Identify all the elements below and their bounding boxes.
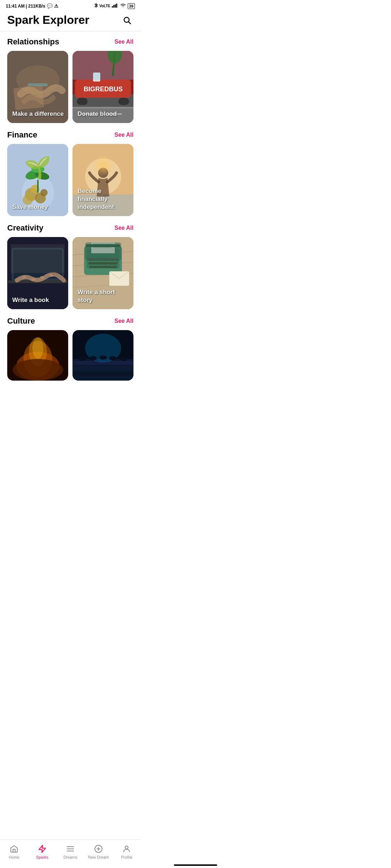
card-label-write-story: Write a short story: [78, 288, 130, 304]
app-title: Spark Explorer: [7, 13, 89, 27]
finance-cards: Save money: [7, 144, 133, 218]
card-culture-2[interactable]: [73, 330, 133, 381]
card-donate-blood[interactable]: BIGREDBUS Donate: [73, 51, 133, 123]
lte-icon: VoLTE: [100, 4, 110, 8]
svg-rect-61: [91, 258, 94, 261]
card-write-book[interactable]: Write a book: [7, 237, 68, 309]
relationships-section: Relationships See All Make a difference: [0, 31, 141, 127]
svg-point-39: [98, 168, 108, 178]
finance-title: Finance: [7, 130, 37, 140]
culture-section: Culture See All: [0, 314, 141, 385]
svg-point-33: [34, 170, 50, 181]
status-bar: 11:41 AM | 211KB/s 💬 ⚠ VoLTE: [0, 0, 141, 10]
svg-rect-16: [73, 107, 133, 109]
card-save-money[interactable]: Save money: [7, 144, 68, 216]
card-bg-culture-1: [7, 330, 68, 381]
card-culture-1[interactable]: [7, 330, 68, 381]
svg-point-86: [79, 357, 86, 361]
svg-rect-84: [73, 372, 133, 376]
culture-title: Culture: [7, 316, 35, 326]
card-financially-independent[interactable]: Become financially independent: [73, 144, 133, 216]
svg-rect-58: [88, 262, 118, 264]
relationships-cards: Make a difference BIGREDBUS: [7, 51, 133, 124]
svg-rect-83: [73, 366, 133, 371]
svg-rect-63: [98, 258, 101, 261]
card-label-donate-blood: Donate blood: [78, 110, 130, 118]
status-left: 11:41 AM | 211KB/s 💬 ⚠: [6, 3, 58, 9]
svg-rect-62: [95, 258, 97, 261]
culture-cards: [7, 330, 133, 382]
card-label-write-book: Write a book: [12, 296, 65, 304]
battery-icon: 39: [128, 3, 135, 9]
relationships-title: Relationships: [7, 37, 59, 47]
bluetooth-icon: [94, 3, 98, 9]
card-write-story[interactable]: Write a short story: [73, 237, 133, 309]
svg-rect-20: [73, 51, 133, 80]
time-display: 11:41 AM | 211KB/s: [6, 4, 45, 9]
svg-rect-65: [106, 258, 108, 261]
signal-icon: [112, 3, 118, 9]
svg-rect-66: [109, 258, 112, 261]
creativity-cards: Write a book: [7, 237, 133, 311]
svg-rect-14: [118, 98, 129, 105]
creativity-section: Creativity See All: [0, 220, 141, 314]
card-label-save-money: Save money: [12, 203, 65, 211]
warning-icon: ⚠: [54, 3, 58, 9]
svg-rect-72: [86, 244, 120, 247]
svg-rect-59: [89, 266, 117, 268]
svg-point-29: [40, 189, 48, 196]
creativity-header: Creativity See All: [7, 223, 133, 233]
culture-header: Culture See All: [7, 316, 133, 326]
search-button[interactable]: [120, 14, 133, 27]
svg-rect-56: [87, 249, 119, 268]
card-label-financially-independent: Become financially independent: [78, 187, 130, 211]
svg-rect-1: [113, 5, 114, 8]
svg-point-79: [13, 359, 63, 381]
wifi-icon: [120, 3, 126, 9]
svg-rect-3: [116, 4, 117, 8]
svg-rect-2: [115, 4, 116, 8]
svg-point-78: [32, 337, 43, 359]
svg-point-87: [89, 356, 97, 360]
card-make-difference[interactable]: Make a difference: [7, 51, 68, 123]
svg-rect-64: [102, 258, 105, 261]
svg-point-90: [120, 357, 127, 361]
svg-rect-13: [77, 98, 88, 105]
svg-text:BIGREDBUS: BIGREDBUS: [84, 86, 123, 93]
card-bg-culture-2: [73, 330, 133, 381]
svg-rect-8: [28, 83, 48, 86]
svg-rect-68: [91, 242, 115, 253]
svg-rect-0: [112, 6, 113, 8]
svg-rect-69: [93, 244, 113, 244]
card-label-make-difference: Make a difference: [12, 110, 65, 118]
relationships-see-all[interactable]: See All: [114, 39, 133, 45]
main-content: Relationships See All Make a difference: [0, 31, 141, 417]
finance-header: Finance See All: [7, 130, 133, 140]
finance-section: Finance See All: [0, 127, 141, 220]
creativity-title: Creativity: [7, 223, 43, 233]
finance-see-all[interactable]: See All: [114, 132, 133, 138]
svg-point-89: [109, 356, 117, 360]
whatsapp-icon: 💬: [47, 3, 53, 9]
svg-line-5: [129, 22, 131, 24]
creativity-see-all[interactable]: See All: [114, 225, 133, 231]
culture-see-all[interactable]: See All: [114, 318, 133, 324]
relationships-header: Relationships See All: [7, 37, 133, 47]
svg-rect-70: [93, 245, 109, 246]
svg-point-32: [24, 168, 42, 181]
svg-rect-60: [88, 258, 90, 261]
svg-point-34: [31, 166, 44, 173]
status-right: VoLTE 39: [94, 3, 135, 9]
svg-rect-71: [93, 247, 111, 248]
svg-point-88: [100, 355, 107, 360]
svg-rect-67: [113, 258, 115, 261]
app-header: Spark Explorer: [0, 10, 141, 31]
